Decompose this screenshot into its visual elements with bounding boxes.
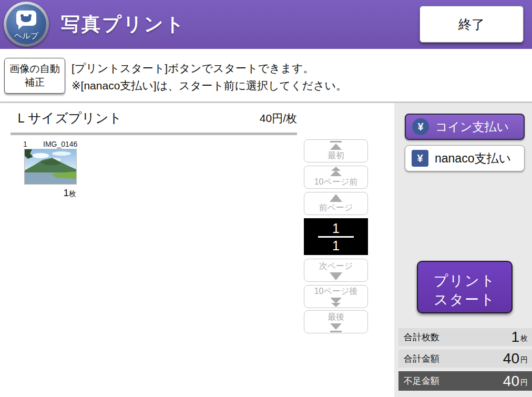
total-sheets-row: 合計枚数 1 枚 — [398, 328, 532, 346]
previous-page-button[interactable]: 前ページ — [304, 192, 368, 215]
last-page-button[interactable]: 最後 — [304, 310, 368, 333]
instruction-bar: 画像の自動補正 [プリントスタート]ボタンでスタートできます。 ※[nanaco… — [0, 49, 532, 103]
photo-filename: IMG_0146 — [43, 140, 77, 148]
help-button[interactable]: ヘルプ — [4, 2, 49, 47]
next-page-button[interactable]: 次ページ — [304, 259, 368, 282]
photo-thumbnail[interactable] — [25, 149, 76, 184]
coin-yen-icon: ¥ — [412, 118, 429, 135]
nanaco-payment-button[interactable]: ¥ nanaco支払い — [405, 145, 525, 171]
section-divider — [11, 133, 297, 135]
print-start-button[interactable]: プリント スタート — [417, 261, 513, 313]
auto-correct-button[interactable]: 画像の自動補正 — [4, 58, 65, 94]
page-indicator: 1 1 — [304, 218, 368, 255]
last-page-icon — [329, 323, 343, 332]
instruction-line-1: [プリントスタート]ボタンでスタートできます。 — [71, 59, 347, 77]
photo-copy-count: 1枚 — [21, 187, 76, 199]
shortfall-amount-row: 不足金額 40 円 — [398, 371, 532, 391]
exit-button[interactable]: 終了 — [420, 6, 524, 43]
price-per-sheet: 40円/枚 — [184, 111, 297, 126]
instruction-line-2: ※[nanaco支払い]は、スタート前に選択してください。 — [71, 77, 347, 94]
total-amount-row: 合計金額 40 円 — [398, 350, 532, 368]
previous-page-icon — [329, 194, 343, 202]
app-header: ヘルプ 写真プリント 終了 — [0, 0, 532, 49]
page-title: 写真プリント — [61, 12, 186, 37]
payment-sidebar: ¥ コイン支払い ¥ nanaco支払い プリント スタート 合計枚数 1 枚 … — [394, 103, 532, 397]
first-page-icon — [329, 141, 343, 150]
total-page-number: 1 — [332, 239, 340, 252]
back-10-pages-icon — [329, 167, 343, 176]
coin-payment-button[interactable]: ¥ コイン支払い — [405, 114, 525, 140]
photo-print-kiosk-screen: ヘルプ 写真プリント 終了 画像の自動補正 [プリントスタート]ボタンでスタート… — [0, 0, 532, 397]
current-page-number: 1 — [332, 221, 340, 235]
speech-bubble-smiley-icon — [16, 11, 36, 26]
instruction-text: [プリントスタート]ボタンでスタートできます。 ※[nanaco支払い]は、スタ… — [71, 59, 347, 94]
photo-item[interactable]: 1 IMG_0146 1枚 — [21, 138, 89, 201]
help-button-label: ヘルプ — [6, 31, 46, 41]
forward-10-pages-button[interactable]: 10ページ後 — [304, 285, 368, 308]
next-page-icon — [329, 272, 343, 280]
print-size-title: Ｌサイズプリント — [15, 109, 122, 127]
help-button-face: ヘルプ — [6, 4, 46, 44]
photo-index: 1 — [23, 140, 27, 148]
page-fraction-bar — [318, 236, 354, 238]
back-10-pages-button[interactable]: 10ページ前 — [304, 166, 368, 189]
first-page-button[interactable]: 最初 — [304, 139, 368, 162]
nanaco-yen-icon: ¥ — [412, 150, 428, 167]
forward-10-pages-icon — [329, 298, 343, 307]
